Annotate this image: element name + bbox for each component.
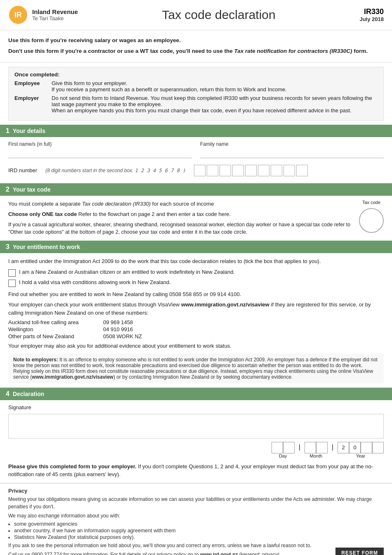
section4-number: 4 — [6, 390, 9, 398]
phone-num-2: 04 910 9916 — [103, 326, 133, 332]
year-boxes: 2 0 — [338, 442, 384, 453]
intro-section: Use this form if you're receiving salary… — [0, 31, 392, 63]
phone-num-3: 0508 WORK NZ — [103, 333, 142, 339]
ird-box-5[interactable] — [245, 165, 257, 176]
checkbox-2[interactable] — [8, 280, 16, 287]
bullet-1: some government agencies — [14, 521, 384, 527]
year-col: 2 0 Year — [338, 442, 384, 458]
tax-code-label: Tax code — [362, 200, 380, 205]
employer-label: Employer — [14, 95, 52, 114]
family-name-label: Family name — [200, 141, 384, 147]
day-boxes — [272, 442, 295, 453]
signature-label: Signature — [8, 404, 384, 410]
privacy-para1: Meeting your tax obligations means givin… — [8, 496, 384, 510]
name-row: First name/s (in full) Family name — [8, 141, 384, 158]
section3-para3: Your employer can check your work entitl… — [8, 301, 384, 317]
employer-content: Do not send this form to Inland Revenue.… — [52, 95, 378, 114]
tax-code-right: Tax code — [359, 200, 384, 233]
privacy-para2: We may also exchange information about y… — [8, 512, 384, 519]
phone-num-1: 09 969 1458 — [103, 319, 133, 325]
tax-code-row: You must complete a separate Tax code de… — [8, 200, 384, 237]
ird-hint: (8 digit numbers start in the second box… — [45, 168, 186, 173]
month-box-2[interactable] — [316, 442, 328, 453]
org-name: Inland Revenue — [32, 8, 78, 15]
note-box: Note to employers: It is an offence to e… — [8, 353, 384, 383]
section3-number: 3 — [6, 243, 9, 251]
section3-para1: I am entitled under the Immigration Act … — [8, 257, 384, 266]
ird-box-7[interactable] — [271, 165, 282, 176]
section4-title: Declaration — [13, 391, 44, 397]
year-box-1[interactable]: 2 — [338, 442, 349, 453]
ird-box-4[interactable] — [232, 165, 244, 176]
privacy-section: Privacy Meeting your tax obligations mea… — [0, 483, 392, 555]
section3-para4: Your employer may also ask you for addit… — [8, 342, 384, 350]
section2-content: You must complete a separate Tax code de… — [0, 196, 392, 241]
page-header: IR Inland Revenue Te Tari Taake Tax code… — [0, 0, 392, 31]
section3-content: I am entitled under the Immigration Act … — [0, 253, 392, 388]
reset-form-button[interactable]: RESET FORM — [335, 548, 384, 555]
intro-line1: Use this form if you're receiving salary… — [8, 36, 384, 45]
ird-logo-icon: IR — [8, 5, 28, 25]
page-title: Tax code declaration — [78, 8, 360, 22]
section4-content: Signature Day | Month | 2 0 Yea — [0, 400, 392, 483]
header-code: IR330 July 2018 — [359, 7, 384, 22]
tax-code-para3: If you're a casual agricultural worker, … — [8, 221, 351, 237]
month-boxes — [305, 442, 328, 453]
logo-area: IR Inland Revenue Te Tari Taake — [8, 5, 78, 25]
once-completed-title: Once completed: — [14, 71, 378, 78]
tax-code-left: You must complete a separate Tax code de… — [8, 200, 351, 237]
phone-loc-3: Other parts of New Zealand — [8, 333, 91, 339]
year-label: Year — [356, 453, 365, 458]
section2-number: 2 — [6, 186, 9, 193]
phone-row-2: Wellington 04 910 9916 — [8, 326, 384, 332]
svg-text:IR: IR — [14, 11, 22, 19]
section1-title: Your details — [13, 128, 45, 134]
ird-box-2[interactable] — [207, 165, 218, 176]
privacy-bullets: some government agencies another country… — [14, 521, 384, 540]
date-sep-1: | — [299, 444, 300, 451]
family-name-input[interactable] — [200, 148, 384, 158]
employee-content: Give this form to your employer. If you … — [52, 80, 378, 92]
day-label: Day — [279, 453, 287, 458]
tax-code-para1: You must complete a separate Tax code de… — [8, 200, 351, 208]
year-box-2[interactable]: 0 — [349, 442, 361, 453]
ird-boxes — [194, 165, 308, 176]
employee-label: Employee — [14, 80, 52, 92]
intro-line2: Don't use this form if you're a contract… — [8, 47, 384, 55]
family-name-field: Family name — [200, 141, 384, 158]
month-box-1[interactable] — [305, 442, 316, 453]
reset-btn-wrapper: RESET FORM — [335, 548, 384, 555]
section2-title: Your tax code — [13, 186, 51, 193]
year-box-4[interactable] — [372, 442, 384, 453]
section1-header: 1 Your details — [0, 125, 392, 137]
privacy-bottom-text: If you ask to see the personal informati… — [8, 542, 327, 555]
checkbox-1[interactable] — [8, 269, 16, 277]
phone-row-1: Auckland toll-free calling area 09 969 1… — [8, 319, 384, 325]
day-box-1[interactable] — [272, 442, 283, 453]
signature-area[interactable] — [8, 414, 384, 439]
bullet-2: another country, if we have an informati… — [14, 528, 384, 534]
bullet-3: Statistics New Zealand (for statistical … — [14, 534, 384, 540]
tax-code-circle[interactable] — [359, 208, 384, 233]
give-form-note: Please give this completed form to your … — [8, 462, 384, 479]
ird-box-9[interactable] — [296, 165, 308, 176]
section3-para2: Find out whether you are entitled to wor… — [8, 290, 384, 299]
year-box-3[interactable] — [361, 442, 372, 453]
ird-box-1[interactable] — [194, 165, 205, 176]
ird-box-3[interactable] — [220, 165, 231, 176]
first-name-input[interactable] — [8, 148, 192, 158]
form-code: IR330 — [359, 7, 384, 16]
date-row: Day | Month | 2 0 Year — [8, 442, 384, 458]
date-sep-2: | — [332, 444, 333, 451]
employee-row: Employee Give this form to your employer… — [14, 80, 378, 92]
ird-box-8[interactable] — [283, 165, 295, 176]
privacy-para4: Call us on 0800 377 774 for more informa… — [8, 551, 327, 555]
employer-row: Employer Do not send this form to Inland… — [14, 95, 378, 114]
day-box-2[interactable] — [283, 442, 295, 453]
month-label: Month — [310, 453, 323, 458]
privacy-title: Privacy — [8, 488, 384, 494]
first-name-field: First name/s (in full) — [8, 141, 192, 158]
privacy-para3: If you ask to see the personal informati… — [8, 542, 327, 549]
checkbox-2-label: I hold a valid visa with conditions allo… — [19, 279, 171, 285]
ird-box-6[interactable] — [258, 165, 269, 176]
